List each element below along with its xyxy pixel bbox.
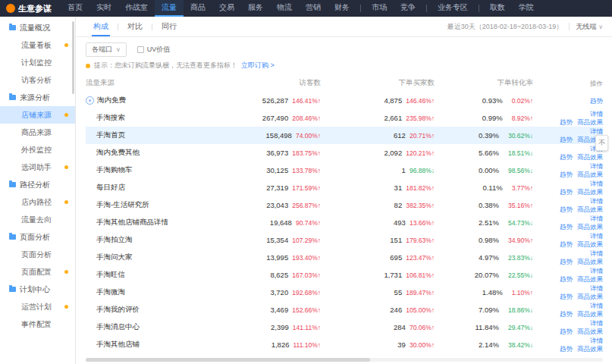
detail-link[interactable]: 详情 [590, 319, 603, 327]
trend-link[interactable]: 趋势 [560, 328, 573, 335]
metric-value: 27,319 [266, 184, 288, 192]
sidebar-scrollbar[interactable] [72, 21, 74, 94]
product-effect-link[interactable]: 商品效果 [577, 345, 603, 353]
tab[interactable]: 对比 [120, 17, 150, 36]
sidebar-item[interactable]: 页面配置 [0, 263, 75, 281]
uv-value-checkbox[interactable]: UV价值 [137, 45, 171, 55]
feedback-tab[interactable]: 不 [595, 135, 608, 151]
product-effect-link[interactable]: 商品效果 [577, 206, 603, 213]
sidebar-item[interactable]: 流量看板 [0, 36, 75, 54]
product-effect-link[interactable]: 商品效果 [577, 275, 603, 283]
detail-link[interactable]: 详情 [590, 197, 603, 205]
sidebar-item[interactable]: 访客分析 [0, 71, 75, 89]
trend-link[interactable]: 趋势 [560, 171, 573, 178]
product-effect-link[interactable]: 商品效果 [577, 310, 603, 318]
detail-link[interactable]: 详情 [590, 162, 603, 170]
nav-item[interactable]: 营销 [299, 0, 328, 17]
trend-link[interactable]: 趋势 [560, 310, 573, 318]
trend-link[interactable]: 趋势 [560, 293, 573, 300]
product-effect-link[interactable]: 商品效果 [577, 328, 603, 335]
trend-link[interactable]: 趋势 [560, 136, 573, 143]
trend-link[interactable]: 趋势 [560, 275, 573, 283]
product-effect-link[interactable]: 商品效果 [577, 188, 603, 196]
detail-link[interactable]: 详情 [590, 284, 603, 292]
product-effect-link[interactable]: 商品效果 [577, 118, 603, 126]
detail-link[interactable]: 详情 [590, 249, 603, 257]
trend-link[interactable]: 趋势 [560, 240, 573, 248]
metric-value: 31 [394, 184, 403, 192]
trend-link[interactable]: 趋势 [560, 258, 573, 265]
sidebar-item[interactable]: 外投监控 [0, 141, 75, 158]
nav-item[interactable]: 竞争 [394, 0, 422, 17]
sidebar-item[interactable]: 店铺来源 [0, 106, 75, 124]
product-effect-link[interactable]: 商品效果 [577, 171, 603, 178]
product-effect-link[interactable]: 商品效果 [577, 153, 603, 161]
port-select[interactable]: 各端口 [86, 42, 127, 57]
metric-value: 4,875 [384, 96, 402, 105]
trend-link[interactable]: 趋势 [560, 188, 573, 196]
nav-item[interactable]: 作战室 [118, 0, 155, 17]
metric-change: 133.78% [292, 167, 321, 174]
sidebar-item[interactable]: 流量去向 [0, 211, 75, 228]
detail-link[interactable]: 详情 [590, 267, 603, 275]
nav-item[interactable]: 商品 [184, 0, 212, 17]
sidebar-item[interactable]: 事件配置 [0, 315, 75, 333]
metric-change: 30.62% [508, 132, 533, 140]
product-effect-link[interactable]: 商品效果 [577, 223, 603, 231]
detail-link[interactable]: 详情 [590, 232, 603, 240]
nav-item[interactable]: 市场 [365, 0, 394, 17]
detail-link[interactable]: 详情 [590, 215, 603, 222]
tab[interactable]: 构成 [86, 17, 116, 36]
sidebar-group[interactable]: 路径分析 [0, 176, 75, 193]
traffic-source-name: 手淘旺信 [96, 270, 125, 280]
metric-value: 30,125 [266, 166, 288, 174]
subscribe-link[interactable]: 立即订购 > [241, 61, 275, 71]
sidebar-group[interactable]: 来源分析 [0, 89, 75, 106]
nav-item[interactable]: 取数 [483, 0, 512, 17]
traffic-source-name: 手淘-生活研究所 [96, 200, 149, 210]
product-effect-link[interactable]: 商品效果 [577, 258, 603, 265]
nav-item[interactable]: 业务专区 [431, 0, 475, 17]
nav-item[interactable]: 财务 [328, 0, 356, 17]
nav-item[interactable]: 实时 [89, 0, 118, 17]
sidebar-group[interactable]: 流量概况 [0, 19, 75, 36]
trend-link[interactable]: 趋势 [560, 153, 573, 161]
sidebar-item[interactable]: 商品来源 [0, 124, 75, 141]
table-row: 手淘其他店铺1,826111.10%3930.00%2.14%38.42%详情趋… [86, 336, 603, 353]
trend-link[interactable]: 趋势 [590, 97, 603, 105]
notice-dot-icon [86, 64, 90, 68]
nav-item[interactable]: 交易 [212, 0, 241, 17]
trend-link[interactable]: 趋势 [560, 118, 573, 126]
detail-link[interactable]: 详情 [590, 127, 603, 135]
detail-link[interactable]: 详情 [590, 180, 603, 187]
date-range-label[interactable]: 最近30天（2018-02-18~2018-03-19） [447, 22, 563, 32]
horizontal-scrollbar[interactable] [86, 358, 603, 362]
expand-toggle-icon[interactable]: ▾ [86, 96, 94, 105]
detail-link[interactable]: 详情 [590, 302, 603, 309]
tab[interactable]: 同行 [154, 17, 184, 36]
product-effect-link[interactable]: 商品效果 [577, 293, 603, 300]
sidebar-group[interactable]: 页面分析 [0, 228, 75, 246]
sidebar-group[interactable]: 计划中心 [0, 281, 75, 298]
trend-link[interactable]: 趋势 [560, 206, 573, 213]
sidebar-item[interactable]: 页面分析 [0, 246, 75, 263]
metric-value: 0.39% [479, 131, 499, 140]
sidebar-item[interactable]: 计划监控 [0, 54, 75, 71]
sidebar-item[interactable]: 选词助手 [0, 158, 75, 176]
product-effect-link[interactable]: 商品效果 [577, 240, 603, 248]
scrollbar-thumb[interactable] [86, 358, 370, 362]
nav-item[interactable]: 服务 [241, 0, 270, 17]
sidebar-item[interactable]: 运营计划 [0, 298, 75, 315]
nav-item[interactable]: 学院 [512, 0, 541, 17]
sidebar-item[interactable]: 店内路径 [0, 193, 75, 211]
app-logo[interactable]: 生意参谋 [0, 3, 61, 14]
detail-link[interactable]: 详情 [590, 337, 603, 344]
trend-link[interactable]: 趋势 [560, 223, 573, 231]
nav-item[interactable]: 首页 [61, 0, 89, 17]
terminal-select[interactable]: 无线端 [576, 22, 603, 32]
new-badge-dot [64, 270, 68, 274]
detail-link[interactable]: 详情 [590, 110, 603, 118]
nav-item[interactable]: 物流 [270, 0, 299, 17]
trend-link[interactable]: 趋势 [560, 345, 573, 353]
nav-item[interactable]: 流量 [155, 0, 184, 17]
